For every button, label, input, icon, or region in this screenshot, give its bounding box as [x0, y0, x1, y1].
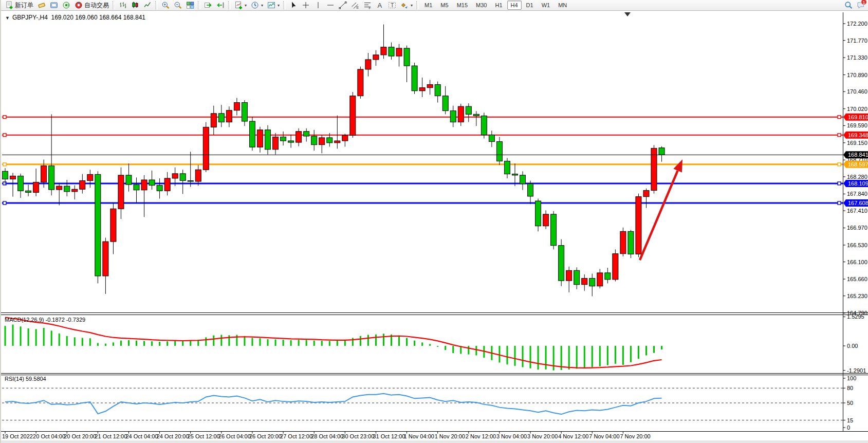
auto-scroll-button[interactable]: [202, 1, 214, 10]
date-tick-label: 25 Oct 12:00: [188, 433, 220, 439]
symbol-dropdown-icon[interactable]: ▼: [5, 15, 10, 21]
auto-trading-button[interactable]: 自动交易: [72, 1, 111, 10]
line-handle[interactable]: [3, 201, 6, 205]
date-tick-label: 24 Oct 20:00: [157, 433, 189, 439]
timeframe-m30-button[interactable]: M30: [472, 1, 490, 10]
candle-body: [281, 137, 286, 141]
new-order-button[interactable]: 新订单: [3, 1, 35, 10]
date-tick-label: 20 Oct 04:00: [33, 433, 65, 439]
svg-text:F: F: [369, 6, 371, 10]
candle-body: [582, 279, 587, 285]
axis-price-tag-169.348: 169.348: [843, 132, 868, 139]
line-handle[interactable]: [838, 134, 841, 137]
text-label-button[interactable]: T: [386, 1, 398, 10]
svg-text:167.608: 167.608: [848, 200, 868, 206]
gold-button[interactable]: [35, 1, 48, 10]
candle-body: [288, 141, 294, 142]
bar-chart-button[interactable]: [117, 1, 129, 10]
line-handle[interactable]: [838, 116, 841, 119]
date-tick-label: 31 Oct 12:00: [373, 433, 405, 439]
timeframe-h1-button[interactable]: H1: [491, 1, 506, 10]
line-handle[interactable]: [838, 201, 841, 205]
zoom-in-glyph: [161, 1, 170, 9]
terminal-button[interactable]: [48, 1, 60, 10]
search-button[interactable]: [842, 1, 855, 10]
candle-body: [172, 174, 178, 178]
cursor-glyph: [289, 1, 298, 9]
rsi-value: 59.5804: [26, 376, 46, 382]
chevron-down-icon: ▾: [261, 3, 263, 8]
trendline-button[interactable]: [337, 1, 349, 10]
autotrade-glyph: [75, 1, 83, 9]
indicators-button[interactable]: ▾: [232, 1, 249, 10]
periods-button[interactable]: ▾: [249, 1, 265, 10]
date-tick-label: 4 Nov 12:00: [558, 433, 588, 439]
date-tick-label: 2 Nov 12:00: [466, 433, 496, 439]
candle-body: [473, 114, 479, 116]
timeframe-mn-button[interactable]: MN: [555, 1, 570, 10]
svg-text:A: A: [378, 2, 382, 9]
periods-icon: [251, 1, 259, 9]
timeframe-m1-button[interactable]: M1: [421, 1, 436, 10]
line-handle[interactable]: [838, 163, 841, 166]
timeframe-m15-button[interactable]: M15: [453, 1, 471, 10]
toolbar-separator: [155, 1, 158, 9]
candle-body: [396, 48, 402, 56]
zoom-out-button[interactable]: [172, 1, 184, 10]
line-handle[interactable]: [3, 182, 6, 185]
notifications-button[interactable]: 1: [855, 1, 867, 10]
line-chart-button[interactable]: [141, 1, 154, 10]
candle-body: [311, 136, 317, 145]
candle-body: [620, 231, 626, 253]
svg-text:T: T: [391, 3, 394, 8]
signal-button[interactable]: [60, 1, 72, 10]
date-tick-label: 28 Oct 04:00: [311, 433, 343, 439]
terminal-glyph: [50, 1, 58, 9]
svg-text:168.597: 168.597: [848, 161, 868, 168]
templates-icon: [267, 1, 275, 9]
signal-icon: [62, 1, 70, 9]
zoom-in-button[interactable]: [159, 1, 172, 10]
symbol-period-label: GBPJPY-,H4: [12, 14, 48, 21]
channel-button[interactable]: E: [349, 1, 361, 10]
axis-price-tag-167.608: 167.608: [843, 199, 868, 207]
svg-text:E: E: [357, 6, 359, 9]
timeframe-w1-button[interactable]: W1: [538, 1, 554, 10]
vline-glyph: [314, 1, 322, 9]
candle-body: [273, 137, 279, 149]
timeframe-d1-button[interactable]: D1: [523, 1, 537, 10]
candle-body: [450, 110, 456, 122]
chevron-down-icon: ▾: [278, 3, 280, 8]
fibo-glyph: F: [363, 1, 372, 9]
date-tick-label: 7 Nov 04:00: [589, 433, 619, 439]
crosshair-button[interactable]: [300, 1, 312, 10]
line-handle[interactable]: [3, 163, 6, 166]
chart-shift-button[interactable]: [214, 1, 227, 10]
candle-body: [149, 180, 155, 186]
line-handle[interactable]: [838, 182, 841, 185]
line-handle[interactable]: [3, 134, 6, 137]
tile-windows-button[interactable]: [184, 1, 196, 10]
cursor-button[interactable]: [287, 1, 300, 10]
arrows-button[interactable]: ▾: [398, 1, 415, 10]
macd-values: -0.1872 -0.7329: [45, 317, 85, 323]
trend-glyph: [339, 1, 347, 9]
candle-body: [134, 184, 139, 190]
search-glyph: [844, 1, 853, 9]
line-handle[interactable]: [3, 116, 6, 119]
candle-body: [350, 96, 356, 136]
timeframe-h4-button[interactable]: H4: [507, 1, 522, 10]
horizontal-line-button[interactable]: [324, 1, 337, 10]
candle-body: [358, 69, 363, 96]
rsi-tick-label: 80: [847, 385, 853, 391]
fibonacci-button[interactable]: F: [361, 1, 374, 10]
candle-body: [504, 161, 510, 174]
axis-price-tag-168.109: 168.109: [843, 180, 868, 187]
templates-button[interactable]: ▾: [265, 1, 282, 10]
text-icon: A: [376, 1, 384, 9]
text-button[interactable]: A: [374, 1, 386, 10]
vertical-line-button[interactable]: [312, 1, 324, 10]
chart-canvas[interactable]: 172.200171.770171.330170.890170.460170.0…: [1, 0, 868, 443]
timeframe-m5-button[interactable]: M5: [437, 1, 452, 10]
candlestick-chart-button[interactable]: [129, 1, 141, 10]
